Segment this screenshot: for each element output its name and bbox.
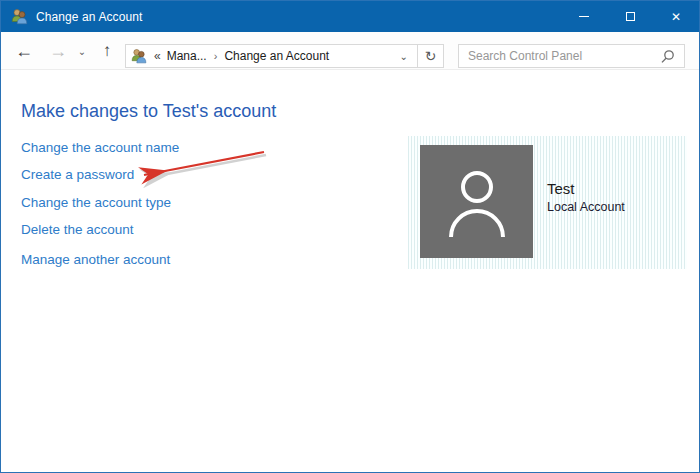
minimize-icon — [579, 16, 589, 17]
window-title: Change an Account — [36, 10, 142, 24]
up-button[interactable]: ↑ — [95, 32, 119, 70]
forward-button[interactable]: → — [45, 32, 71, 70]
back-icon: ← — [15, 41, 33, 62]
title-bar: Change an Account ✕ — [1, 1, 699, 32]
account-type: Local Account — [547, 200, 625, 214]
maximize-button[interactable] — [607, 1, 653, 32]
forward-icon: → — [49, 41, 67, 62]
search-input[interactable] — [459, 45, 684, 67]
breadcrumb-overflow[interactable]: « — [154, 49, 161, 63]
search-box — [458, 44, 685, 68]
breadcrumb-current[interactable]: Change an Account — [224, 49, 329, 63]
user-accounts-small-icon — [131, 48, 147, 64]
breadcrumb-separator-icon[interactable]: › — [214, 50, 218, 62]
user-accounts-icon — [11, 8, 28, 25]
address-bar[interactable]: « Mana... › Change an Account ⌄ ↻ — [125, 44, 444, 68]
close-button[interactable]: ✕ — [653, 1, 699, 32]
person-icon — [444, 165, 510, 239]
minimize-button[interactable] — [561, 1, 607, 32]
account-name: Test — [547, 180, 575, 197]
up-icon: ↑ — [103, 41, 112, 61]
avatar — [420, 145, 533, 258]
back-button[interactable]: ← — [11, 32, 37, 70]
search-icon[interactable] — [660, 49, 675, 64]
link-manage-another-account[interactable]: Manage another account — [21, 252, 170, 267]
history-dropdown-button[interactable]: ⌄ — [74, 32, 90, 70]
link-change-account-name[interactable]: Change the account name — [21, 140, 179, 155]
page-title: Make changes to Test's account — [21, 101, 276, 122]
link-change-account-type[interactable]: Change the account type — [21, 195, 171, 210]
refresh-icon: ↻ — [425, 48, 437, 64]
refresh-button[interactable]: ↻ — [417, 45, 443, 67]
close-icon: ✕ — [671, 11, 681, 23]
breadcrumb-parent[interactable]: Mana... — [167, 49, 207, 63]
maximize-icon — [626, 12, 635, 21]
user-tile: Test Local Account — [408, 136, 687, 269]
navigation-toolbar: ← → ⌄ ↑ « Mana... › Change an Account ⌄ … — [1, 32, 699, 70]
link-create-password[interactable]: Create a password — [21, 167, 134, 182]
change-account-window: Change an Account ✕ ← → ⌄ ↑ « Mana... › … — [0, 0, 700, 473]
address-dropdown-icon[interactable]: ⌄ — [400, 51, 408, 62]
chevron-down-icon: ⌄ — [78, 46, 86, 57]
link-delete-account[interactable]: Delete the account — [21, 222, 134, 237]
